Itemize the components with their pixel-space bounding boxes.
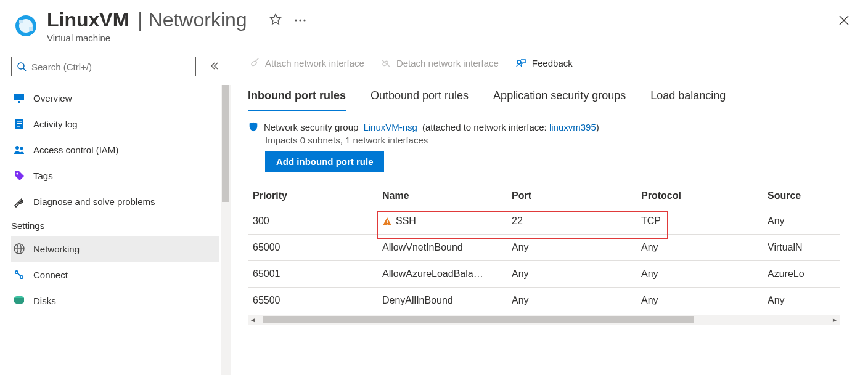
col-protocol[interactable]: Protocol [636,184,763,208]
svg-rect-12 [14,94,24,100]
col-port[interactable]: Port [507,184,636,208]
horizontal-scrollbar[interactable]: ◄ ► [248,315,840,325]
feedback-icon [515,57,527,69]
shield-icon [248,121,259,132]
svg-point-18 [15,146,19,150]
svg-rect-2 [19,20,23,23]
port-rules-table: Priority Name Port Protocol Source 300 S… [248,184,868,313]
col-priority[interactable]: Priority [248,184,377,208]
chevron-double-left-icon [210,61,219,71]
sidebar-item-label: Access control (IAM) [33,145,118,155]
sidebar-item-label: Diagnose and solve problems [33,196,155,207]
vm-resource-icon [12,12,39,39]
tool-label: Attach network interface [265,58,364,68]
svg-line-29 [256,58,259,62]
table-row[interactable]: 65000 AllowVnetInBound Any Any VirtualN [248,235,840,261]
svg-point-25 [20,276,23,278]
detach-icon [380,57,391,68]
search-icon [17,62,27,71]
tab-outbound[interactable]: Outbound port rules [371,89,469,111]
svg-rect-17 [17,126,20,127]
sidebar-item-diagnose[interactable]: Diagnose and solve problems [11,188,219,214]
sidebar-item-access-control[interactable]: Access control (IAM) [11,137,219,163]
monitor-icon [12,91,26,105]
tab-asg[interactable]: Application security groups [493,89,626,111]
sidebar-item-label: Tags [33,171,53,181]
sidebar-item-tags[interactable]: Tags [11,163,219,188]
ellipsis-icon [294,18,306,23]
table-row[interactable]: 65500 DenyAllInBound Any Any Any [248,288,840,314]
nsg-link[interactable]: LinuxVM-nsg [363,122,417,132]
favorite-button[interactable] [267,10,284,30]
attach-icon [249,57,260,68]
sidebar-item-connect[interactable]: Connect [11,262,219,288]
page-subtitle: Virtual machine [47,33,309,43]
svg-point-32 [517,60,521,64]
page-header: LinuxVM | Networking Virtual machine [0,0,868,46]
sidebar-scrollbar[interactable] [221,85,231,375]
search-input[interactable] [30,61,190,73]
sidebar-item-disks[interactable]: Disks [11,288,219,313]
scrollbar-thumb[interactable] [222,85,229,202]
close-icon [838,15,850,26]
sidebar-heading-settings: Settings [11,214,231,236]
command-bar: Attach network interface Detach network … [231,48,868,79]
disk-icon [12,294,26,307]
svg-point-20 [16,172,18,174]
svg-rect-16 [17,123,22,124]
svg-line-26 [18,273,21,276]
svg-rect-13 [18,101,20,103]
add-inbound-rule-button[interactable]: Add inbound port rule [265,151,384,172]
svg-point-24 [15,271,18,273]
more-button[interactable] [292,13,309,27]
sidebar-item-label: Activity log [33,119,78,129]
tab-inbound[interactable]: Inbound port rules [248,89,346,111]
sidebar: Overview Activity log Access control (IA… [0,46,231,375]
attach-nic-button[interactable]: Attach network interface [248,55,366,71]
sidebar-item-activity-log[interactable]: Activity log [11,111,219,137]
sidebar-item-label: Overview [33,93,72,103]
star-icon [269,13,282,25]
svg-point-6 [299,19,301,21]
tab-load-balancing[interactable]: Load balancing [650,89,726,111]
svg-rect-15 [17,121,22,122]
table-row[interactable]: 65001 AllowAzureLoadBala… Any Any AzureL… [248,261,840,288]
svg-rect-3 [29,27,33,31]
scroll-right-arrow[interactable]: ► [830,315,840,325]
nsg-info-row: Network security group LinuxVM-nsg (atta… [248,121,868,132]
feedback-button[interactable]: Feedback [514,54,574,71]
svg-point-19 [20,147,23,150]
table-row[interactable]: 300 SSH 22 TCP Any [248,208,840,235]
svg-rect-33 [387,220,388,223]
sidebar-item-label: Networking [33,244,80,254]
close-button[interactable] [835,11,853,31]
detach-nic-button[interactable]: Detach network interface [379,55,500,71]
page-section: | Networking [137,9,247,31]
svg-marker-4 [270,14,280,25]
svg-point-5 [295,19,297,21]
tab-bar: Inbound port rules Outbound port rules A… [231,79,868,111]
connect-icon [12,268,26,281]
svg-rect-34 [387,224,388,225]
sidebar-item-label: Disks [33,296,56,306]
globe-icon [12,242,26,256]
scroll-left-arrow[interactable]: ◄ [248,315,258,325]
col-source[interactable]: Source [763,184,840,208]
wrench-icon [12,195,26,208]
log-icon [12,117,26,131]
nic-link[interactable]: linuxvm395 [549,122,596,132]
warning-icon [382,217,392,227]
sidebar-item-label: Connect [33,270,68,280]
main-content: Attach network interface Detach network … [231,46,868,375]
scrollbar-thumb[interactable] [263,316,694,323]
sidebar-search[interactable] [11,57,196,76]
sidebar-item-overview[interactable]: Overview [11,85,219,111]
collapse-sidebar-button[interactable] [207,58,222,75]
svg-point-10 [18,63,24,69]
tool-label: Feedback [532,58,573,68]
tool-label: Detach network interface [396,58,499,68]
tag-icon [12,169,26,182]
sidebar-item-networking[interactable]: Networking [11,236,219,262]
table-header-row: Priority Name Port Protocol Source [248,184,840,208]
col-name[interactable]: Name [377,184,507,208]
